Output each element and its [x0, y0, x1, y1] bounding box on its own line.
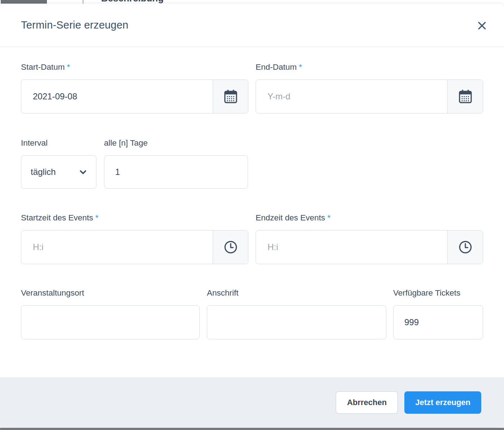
- end-time-label-text: Endzeit des Events: [256, 213, 325, 222]
- end-time-label: Endzeit des Events*: [256, 213, 330, 223]
- end-date-group: [256, 79, 483, 113]
- dialog-title: Termin-Serie erzeugen: [21, 19, 129, 31]
- interval-days-input[interactable]: [104, 155, 248, 189]
- start-time-label: Startzeit des Events*: [21, 213, 99, 223]
- end-time-clock-button[interactable]: [447, 231, 483, 264]
- interval-days-label: alle [n] Tage: [104, 138, 148, 148]
- start-time-clock-button[interactable]: [213, 231, 248, 264]
- start-date-input[interactable]: [21, 80, 213, 113]
- address-label: Anschrift: [207, 288, 239, 298]
- background-divider: [83, 0, 83, 4]
- dialog-header: Termin-Serie erzeugen: [0, 4, 504, 47]
- interval-select[interactable]: täglich: [21, 155, 96, 189]
- required-asterisk: *: [327, 213, 331, 222]
- cancel-button[interactable]: Abrrechen: [336, 391, 398, 414]
- dialog-footer: Abrrechen Jetzt erzeugen: [0, 377, 504, 428]
- tickets-input[interactable]: [393, 305, 483, 339]
- venue-input[interactable]: [21, 305, 200, 339]
- close-icon: [477, 20, 487, 31]
- address-input[interactable]: [207, 305, 386, 339]
- end-time-input[interactable]: [256, 231, 447, 264]
- start-date-label-text: Start-Datum: [21, 63, 65, 72]
- required-asterisk: *: [299, 63, 302, 72]
- start-date-calendar-button[interactable]: [213, 80, 248, 113]
- interval-label: Interval: [21, 138, 48, 148]
- start-time-label-text: Startzeit des Events: [21, 213, 93, 222]
- end-date-calendar-button[interactable]: [447, 80, 483, 113]
- end-date-label-text: End-Datum: [256, 63, 297, 72]
- required-asterisk: *: [95, 213, 99, 222]
- background-page-top: Beschreibung: [0, 0, 504, 4]
- interval-selected-value: täglich: [31, 167, 56, 177]
- background-grey-box: [1, 0, 47, 4]
- venue-label: Veranstaltungsort: [21, 288, 84, 298]
- start-date-group: [21, 79, 248, 113]
- start-time-group: [21, 230, 248, 264]
- create-series-dialog: Termin-Serie erzeugen Start-Datum* End-D…: [0, 4, 504, 428]
- end-date-label: End-Datum*: [256, 63, 302, 72]
- clock-icon: [222, 239, 239, 255]
- chevron-down-icon: [78, 167, 88, 177]
- required-asterisk: *: [67, 63, 70, 72]
- start-date-label: Start-Datum*: [21, 63, 70, 72]
- calendar-icon: [457, 88, 474, 105]
- start-time-input[interactable]: [21, 231, 213, 264]
- submit-button[interactable]: Jetzt erzeugen: [404, 391, 481, 414]
- background-clipped-heading: Beschreibung: [101, 0, 164, 4]
- background-page-bottom: [0, 428, 504, 430]
- clock-icon: [457, 239, 474, 255]
- close-button[interactable]: [476, 20, 488, 32]
- end-time-group: [256, 230, 483, 264]
- end-date-input[interactable]: [256, 80, 447, 113]
- calendar-icon: [222, 88, 239, 105]
- tickets-label: Verfügbare Tickets: [393, 288, 460, 298]
